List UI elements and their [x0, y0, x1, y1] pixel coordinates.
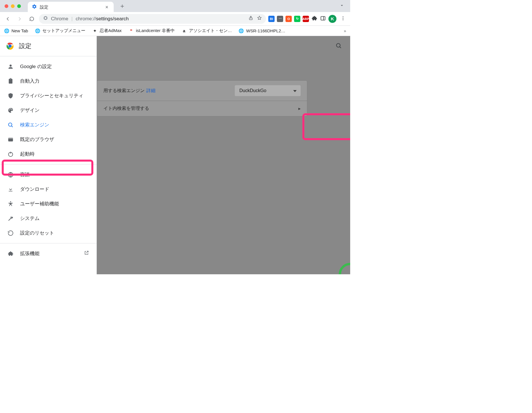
sidebar-item-label: ダウンロード: [20, 186, 49, 192]
url-scheme: chrome://: [76, 16, 96, 21]
close-window-button[interactable]: [5, 4, 8, 8]
manage-site-search-row[interactable]: イト内検索を管理する ▸: [97, 101, 307, 116]
extension-tile-2[interactable]: ⋯: [277, 16, 283, 22]
sidebar-item-reset[interactable]: 設定のリセット: [0, 226, 96, 240]
bookmark-label: 忍者AdMax: [100, 28, 122, 33]
highlight-select: [302, 113, 350, 140]
new-tab-button[interactable]: ＋: [118, 2, 126, 10]
globe-icon: [7, 172, 14, 178]
sidebar-item-label: 言語: [20, 171, 30, 178]
settings-app: 設定 Google の設定 自動入力 プライバシーとセキュリティ デザイン 検索…: [0, 36, 350, 274]
browser-menu-button[interactable]: [339, 16, 347, 22]
svg-point-7: [343, 19, 344, 20]
forward-button[interactable]: [15, 14, 25, 24]
bookmark-item[interactable]: ❝ isLandcenter 非番中: [129, 28, 175, 33]
extension-abp-icon[interactable]: ABP: [303, 16, 309, 22]
sidebar-item-accessibility[interactable]: ユーザー補助機能: [0, 196, 96, 211]
browser-toolbar: Chrome | chrome://settings/search BI ⋯ O…: [0, 12, 350, 26]
sidebar-item-autofill[interactable]: 自動入力: [0, 74, 96, 88]
bookmark-label: セットアップメニュー: [42, 28, 85, 33]
sidebar-item-google[interactable]: Google の設定: [0, 59, 96, 74]
svg-point-6: [343, 18, 344, 19]
sidebar-item-system[interactable]: システム: [0, 211, 96, 226]
close-tab-button[interactable]: ×: [104, 4, 110, 10]
bookmark-item[interactable]: 🌐 New Tab: [4, 28, 28, 33]
power-icon: [7, 151, 14, 157]
chrome-logo-icon: [6, 42, 14, 50]
profile-avatar[interactable]: K: [328, 15, 336, 23]
chrome-chip-icon: [43, 15, 48, 22]
sidebar-item-privacy[interactable]: プライバシーとセキュリティ: [0, 88, 96, 103]
share-icon[interactable]: [248, 15, 253, 22]
globe-icon: 🌐: [4, 28, 9, 33]
omnibox-actions: [248, 15, 262, 22]
bookmark-star-icon[interactable]: [257, 15, 262, 22]
reload-button[interactable]: [27, 14, 37, 24]
gear-icon: [32, 4, 37, 10]
chevron-right-icon: ▸: [298, 106, 301, 111]
window-titlebar: 設定 × ＋: [0, 0, 350, 12]
sidebar-item-label: 自動入力: [20, 78, 40, 84]
bookmark-label: アソシエイト・セン…: [189, 28, 232, 33]
bookmark-item[interactable]: ✦ 忍者AdMax: [92, 28, 122, 33]
back-button[interactable]: [3, 14, 13, 24]
settings-content: 用する検索エンジン 詳細 DuckDuckGo イト内検索を管理する ▸: [97, 36, 350, 274]
svg-rect-12: [8, 138, 13, 139]
bookmark-label: WSR-1166DHPL2…: [246, 28, 285, 33]
traffic-lights: [5, 4, 21, 8]
palette-icon: [7, 107, 14, 114]
sidebar-item-extensions[interactable]: 拡張機能: [0, 246, 96, 261]
browser-icon: [7, 136, 14, 143]
bookmarks-overflow-button[interactable]: »: [344, 28, 346, 33]
select-value: DuckDuckGo: [239, 88, 266, 93]
minimize-window-button[interactable]: [11, 4, 15, 8]
url-host: settings: [96, 16, 113, 21]
person-icon: [7, 63, 14, 70]
details-link[interactable]: 詳細: [146, 88, 155, 94]
url-path: /search: [113, 16, 129, 21]
sidebar-item-startup[interactable]: 起動時: [0, 147, 96, 161]
svg-point-9: [9, 45, 12, 48]
sidebar-item-label: 検索エンジン: [20, 122, 49, 128]
bookmark-item[interactable]: 🌐 WSR-1166DHPL2…: [239, 28, 285, 33]
search-engine-card: 用する検索エンジン 詳細 DuckDuckGo イト内検索を管理する ▸: [97, 80, 307, 116]
bookmark-item[interactable]: a アソシエイト・セン…: [182, 28, 232, 33]
search-engine-select[interactable]: DuckDuckGo: [235, 85, 301, 96]
svg-point-15: [10, 201, 11, 202]
sidebar-item-download[interactable]: ダウンロード: [0, 182, 96, 196]
svg-point-10: [9, 123, 12, 126]
avatar-initial: K: [331, 16, 334, 21]
svg-rect-3: [321, 16, 325, 20]
sidebar-item-label: Google の設定: [20, 63, 52, 70]
bookmark-label: isLandcenter 非番中: [136, 28, 175, 33]
tab-overview-button[interactable]: [339, 3, 344, 9]
sidebar-item-label: 起動時: [20, 151, 35, 157]
extension-tile-3[interactable]: O: [285, 16, 292, 22]
bookmark-item[interactable]: 🌐 セットアップメニュー: [35, 28, 85, 33]
bookmark-label: New Tab: [11, 28, 28, 33]
sidebar-item-design[interactable]: デザイン: [0, 103, 96, 118]
sidebar-item-default-browser[interactable]: 既定のブラウザ: [0, 132, 96, 147]
sidebar-item-label: 拡張機能: [20, 250, 40, 257]
extensions-puzzle-icon[interactable]: [311, 15, 318, 23]
search-icon: [7, 122, 14, 128]
zoom-window-button[interactable]: [17, 4, 21, 8]
sidepanel-icon[interactable]: [320, 15, 326, 23]
sidebar-item-search-engine[interactable]: 検索エンジン: [0, 118, 96, 132]
url-text: Chrome | chrome://settings/search: [51, 16, 129, 22]
sidebar-section-primary: Google の設定 自動入力 プライバシーとセキュリティ デザイン 検索エンジ…: [0, 56, 96, 164]
extension-tile-4[interactable]: ↻: [294, 16, 300, 22]
extension-tile-1[interactable]: BI: [268, 16, 275, 22]
wrench-icon: [7, 215, 14, 222]
browser-tab[interactable]: 設定 ×: [28, 2, 114, 13]
restore-icon: [7, 230, 14, 236]
sidebar-item-label: ユーザー補助機能: [20, 200, 59, 207]
content-top-bar: [97, 36, 350, 57]
globe-icon: 🌐: [35, 28, 40, 33]
address-bar[interactable]: Chrome | chrome://settings/search: [39, 14, 266, 24]
globe-icon: 🌐: [239, 28, 244, 33]
search-settings-button[interactable]: [335, 42, 342, 50]
sidebar-item-language[interactable]: 言語: [0, 167, 96, 182]
decorative-badge: [339, 263, 350, 274]
quote-icon: ❝: [129, 28, 134, 33]
